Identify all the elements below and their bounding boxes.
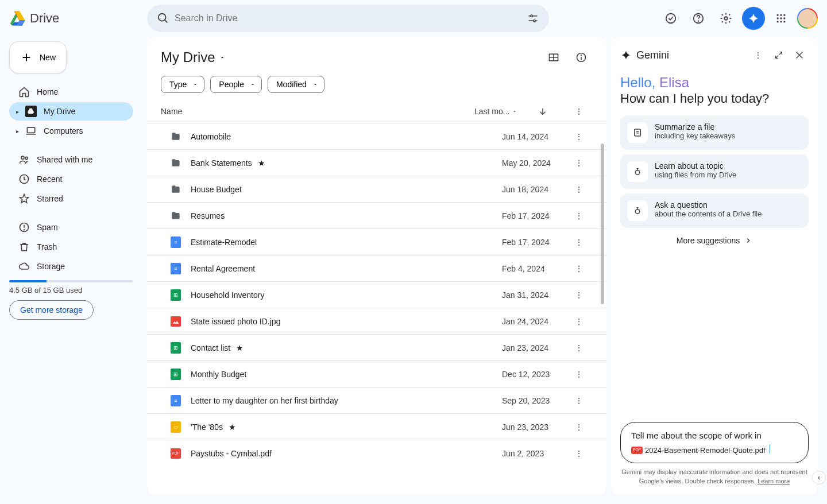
learn-more-link[interactable]: Learn more (758, 478, 790, 484)
nav-label: Home (37, 87, 58, 96)
svg-line-1 (165, 20, 168, 23)
nav-starred[interactable]: Starred (9, 189, 133, 208)
suggestion-card[interactable]: Learn about a topicusing files from my D… (620, 154, 809, 189)
nav-home[interactable]: Home (9, 83, 133, 101)
sort-direction-icon[interactable] (538, 106, 565, 117)
suggestion-card[interactable]: Ask a questionabout the contents of a Dr… (620, 193, 809, 228)
svg-point-34 (581, 55, 582, 56)
nav-shared[interactable]: Shared with me (9, 150, 133, 169)
nav-computers[interactable]: Computers (9, 122, 133, 140)
file-list[interactable]: AutomobileJun 14, 2024⋮Bank Statements★M… (147, 123, 606, 495)
offline-ready-icon[interactable] (659, 7, 682, 30)
collapse-sidepanel-button[interactable]: ‹ (812, 471, 826, 484)
row-menu-button[interactable]: ⋮ (565, 185, 593, 194)
table-row[interactable]: House BudgetJun 18, 2024⋮ (147, 176, 606, 202)
table-row[interactable]: ⊞Monthly BudgetDec 12, 2023⋮ (147, 360, 606, 387)
header-actions (659, 7, 818, 30)
table-row[interactable]: ⊞Contact list★Jan 23, 2024⋮ (147, 334, 606, 360)
file-type-icon: ▭ (170, 421, 181, 433)
svg-point-11 (780, 14, 782, 16)
file-name: Automobile (191, 132, 502, 141)
search-bar[interactable] (147, 5, 549, 32)
account-avatar[interactable] (797, 8, 818, 29)
search-icon[interactable] (152, 7, 175, 30)
table-row[interactable]: ⊞Household InventoryJan 31, 2024⋮ (147, 281, 606, 308)
nav-my-drive[interactable]: My Drive (9, 102, 133, 121)
get-storage-button[interactable]: Get more storage (9, 300, 94, 320)
nav-trash[interactable]: Trash (9, 238, 133, 256)
search-input[interactable] (175, 13, 521, 24)
more-suggestions-button[interactable]: More suggestions (620, 228, 809, 253)
table-row[interactable]: PDFPaystubs - Cymbal.pdfJun 2, 2023⋮ (147, 440, 606, 466)
file-modified: Jan 31, 2024 (502, 290, 565, 300)
table-row[interactable]: ≡Rental AgreementFeb 4, 2024⋮ (147, 255, 606, 281)
svg-point-6 (666, 14, 676, 24)
layout-toggle-icon[interactable] (542, 46, 565, 69)
settings-icon[interactable] (714, 7, 737, 30)
filter-people[interactable]: People (210, 76, 262, 93)
row-menu-button[interactable]: ⋮ (565, 211, 593, 220)
gemini-subtitle: How can I help you today? (620, 91, 809, 106)
table-row[interactable]: ≡Estimate-RemodelFeb 17, 2024⋮ (147, 228, 606, 255)
scrollbar-thumb[interactable] (601, 144, 604, 304)
nav-label: My Drive (44, 107, 75, 116)
table-row[interactable]: ≡Letter to my daughter on her first birt… (147, 387, 606, 413)
row-menu-button[interactable]: ⋮ (565, 317, 593, 326)
gemini-menu-icon[interactable]: ⋮ (749, 46, 767, 64)
nav-storage[interactable]: Storage (9, 257, 133, 276)
new-button[interactable]: New (9, 41, 67, 73)
laptop-icon (25, 125, 37, 137)
row-menu-button[interactable]: ⋮ (565, 290, 593, 300)
svg-point-5 (534, 20, 535, 22)
table-row[interactable]: AutomobileJun 14, 2024⋮ (147, 123, 606, 149)
apps-icon[interactable] (770, 7, 793, 30)
col-modified[interactable]: Last mo... (474, 107, 538, 116)
gemini-file-chip[interactable]: PDF2024-Basement-Remodel-Quote.pdf (631, 445, 766, 456)
logo-area[interactable]: Drive (9, 10, 142, 26)
file-type-icon: ≡ (170, 237, 181, 248)
gemini-input[interactable]: Tell me about the scope of work in PDF20… (620, 422, 809, 464)
suggestion-card[interactable]: Summarize a fileincluding key takeaways (620, 115, 809, 150)
suggestion-icon (627, 161, 648, 182)
row-menu-button[interactable]: ⋮ (565, 396, 593, 405)
row-menu-button[interactable]: ⋮ (565, 343, 593, 352)
col-menu-icon[interactable]: ⋮ (565, 107, 593, 116)
row-menu-button[interactable]: ⋮ (565, 158, 593, 168)
col-name[interactable]: Name (161, 107, 474, 116)
filter-type[interactable]: Type (161, 76, 204, 93)
sidebar: New Home My Drive Computers Shared with … (0, 37, 142, 504)
filter-modified[interactable]: Modified (268, 76, 324, 93)
caret-down-icon (312, 82, 318, 87)
file-name: 'The '80s★ (191, 422, 502, 432)
table-row[interactable]: State issued photo ID.jpgJan 24, 2024⋮ (147, 308, 606, 334)
nav-recent[interactable]: Recent (9, 170, 133, 188)
row-menu-button[interactable]: ⋮ (565, 422, 593, 432)
table-row[interactable]: ResumesFeb 17, 2024⋮ (147, 202, 606, 228)
row-menu-button[interactable]: ⋮ (565, 370, 593, 379)
table-row[interactable]: Bank Statements★May 20, 2024⋮ (147, 149, 606, 176)
file-name: House Budget (191, 185, 502, 194)
row-menu-button[interactable]: ⋮ (565, 264, 593, 273)
file-type-icon (170, 316, 181, 327)
row-menu-button[interactable]: ⋮ (565, 449, 593, 458)
row-menu-button[interactable]: ⋮ (565, 238, 593, 247)
svg-point-8 (698, 21, 699, 21)
file-name: Resumes (191, 211, 502, 220)
gemini-toggle-button[interactable] (742, 7, 765, 30)
expand-icon[interactable] (770, 46, 788, 64)
nav-spam[interactable]: Spam (9, 218, 133, 237)
gemini-input-text: Tell me about the scope of work in (631, 431, 762, 440)
suggestion-icon (627, 122, 648, 143)
info-icon[interactable] (570, 46, 593, 69)
file-type-icon: ⊞ (170, 289, 181, 301)
file-modified: Jun 18, 2024 (502, 185, 565, 194)
row-menu-button[interactable]: ⋮ (565, 132, 593, 141)
table-row[interactable]: ▭'The '80s★Jun 23, 2023⋮ (147, 413, 606, 440)
close-icon[interactable] (790, 46, 809, 64)
help-icon[interactable] (687, 7, 710, 30)
svg-point-24 (25, 157, 28, 159)
suggestion-title: Summarize a file (655, 122, 735, 131)
search-options-icon[interactable] (521, 7, 544, 30)
breadcrumb[interactable]: My Drive (161, 49, 226, 65)
file-type-icon (170, 184, 181, 195)
